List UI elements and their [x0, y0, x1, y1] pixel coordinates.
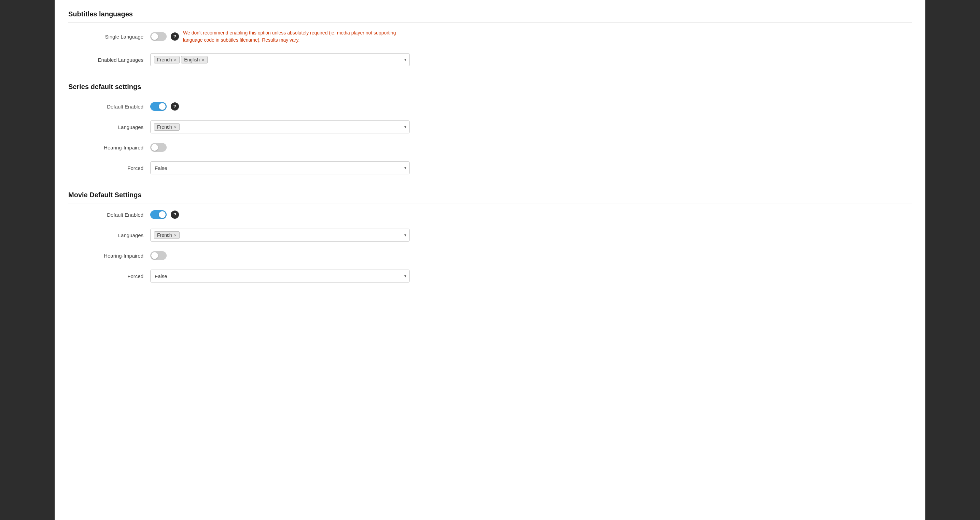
series-languages-select-wrapper: French × ▾	[150, 120, 410, 133]
single-language-slider	[150, 32, 167, 41]
movie-hearing-impaired-label: Hearing-Impaired	[75, 253, 150, 258]
movie-forced-control: False True ▾	[150, 270, 912, 282]
series-hearing-impaired-row: Hearing-Impaired	[68, 143, 912, 152]
movie-default-enabled-help-icon[interactable]: ?	[171, 211, 179, 219]
series-languages-tag-french-text: French	[157, 124, 172, 130]
enabled-languages-select[interactable]: French × English ×	[150, 53, 410, 66]
series-default-enabled-row: Default Enabled ?	[68, 102, 912, 111]
subtitles-languages-title: Subtitles languages	[68, 10, 912, 22]
sidebar-left	[0, 0, 55, 520]
movie-hearing-impaired-toggle[interactable]	[150, 251, 167, 260]
main-content: Subtitles languages Single Language ? We…	[55, 0, 925, 520]
movie-hearing-impaired-row: Hearing-Impaired	[68, 251, 912, 260]
movie-forced-row: Forced False True ▾	[68, 270, 912, 282]
series-languages-row: Languages French × ▾	[68, 120, 912, 133]
movie-languages-row: Languages French × ▾	[68, 228, 912, 242]
movie-divider	[68, 184, 912, 184]
enabled-languages-control: French × English × ▾	[150, 53, 912, 66]
series-languages-label: Languages	[75, 124, 150, 130]
movie-default-settings-section: Movie Default Settings Default Enabled ?…	[68, 184, 912, 282]
series-languages-select[interactable]: French ×	[150, 120, 410, 133]
series-default-enabled-help-icon[interactable]: ?	[171, 102, 179, 111]
movie-default-enabled-slider	[150, 210, 167, 219]
series-forced-select-wrapper: False True ▾	[150, 162, 410, 174]
series-default-settings-section: Series default settings Default Enabled …	[68, 76, 912, 174]
enabled-languages-label: Enabled Languages	[75, 57, 150, 63]
movie-hearing-impaired-control	[150, 251, 912, 260]
single-language-control: ? We don't recommend enabling this optio…	[150, 29, 912, 44]
movie-languages-label: Languages	[75, 232, 150, 238]
movie-default-enabled-row: Default Enabled ?	[68, 210, 912, 219]
enabled-languages-tag-english-text: English	[184, 57, 200, 62]
sidebar-right	[925, 0, 980, 520]
series-forced-row: Forced False True ▾	[68, 162, 912, 174]
enabled-languages-tag-french-remove[interactable]: ×	[174, 58, 177, 62]
movie-languages-tag-french-remove[interactable]: ×	[174, 233, 177, 238]
movie-languages-tag-french: French ×	[154, 231, 180, 239]
single-language-help-icon[interactable]: ?	[171, 32, 179, 41]
series-default-enabled-toggle[interactable]	[150, 102, 167, 111]
movie-forced-label: Forced	[75, 273, 150, 279]
series-languages-control: French × ▾	[150, 120, 912, 133]
enabled-languages-row: Enabled Languages French × English ×	[68, 53, 912, 66]
subtitles-languages-section: Subtitles languages Single Language ? We…	[68, 10, 912, 66]
movie-languages-control: French × ▾	[150, 228, 912, 242]
series-languages-tag-french-remove[interactable]: ×	[174, 125, 177, 129]
series-forced-control: False True ▾	[150, 162, 912, 174]
movie-hearing-impaired-slider	[150, 251, 167, 260]
movie-default-enabled-toggle[interactable]	[150, 210, 167, 219]
enabled-languages-tag-english: English ×	[181, 56, 208, 63]
series-divider	[68, 76, 912, 76]
series-default-enabled-slider	[150, 102, 167, 111]
series-default-settings-title: Series default settings	[68, 83, 912, 95]
series-forced-select[interactable]: False True	[150, 162, 410, 174]
movie-default-settings-title: Movie Default Settings	[68, 191, 912, 203]
movie-languages-select-wrapper: French × ▾	[150, 228, 410, 242]
series-hearing-impaired-toggle[interactable]	[150, 143, 167, 152]
movie-default-enabled-label: Default Enabled	[75, 212, 150, 218]
single-language-row: Single Language ? We don't recommend ena…	[68, 29, 912, 44]
enabled-languages-tag-french: French ×	[154, 56, 180, 63]
series-default-enabled-control: ?	[150, 102, 912, 111]
series-languages-tag-french: French ×	[154, 123, 180, 131]
page-wrapper: Subtitles languages Single Language ? We…	[0, 0, 980, 520]
enabled-languages-select-wrapper: French × English × ▾	[150, 53, 410, 66]
movie-languages-select[interactable]: French ×	[150, 228, 410, 242]
movie-default-enabled-control: ?	[150, 210, 912, 219]
enabled-languages-tag-french-text: French	[157, 57, 172, 62]
movie-languages-tag-french-text: French	[157, 232, 172, 238]
series-forced-label: Forced	[75, 165, 150, 171]
single-language-warning: We don't recommend enabling this option …	[183, 29, 408, 44]
series-hearing-impaired-slider	[150, 143, 167, 152]
single-language-label: Single Language	[75, 34, 150, 40]
enabled-languages-tag-english-remove[interactable]: ×	[202, 58, 205, 62]
movie-forced-select[interactable]: False True	[150, 270, 410, 282]
series-hearing-impaired-control	[150, 143, 912, 152]
single-language-toggle[interactable]	[150, 32, 167, 41]
series-hearing-impaired-label: Hearing-Impaired	[75, 145, 150, 151]
movie-forced-select-wrapper: False True ▾	[150, 270, 410, 282]
series-default-enabled-label: Default Enabled	[75, 104, 150, 109]
